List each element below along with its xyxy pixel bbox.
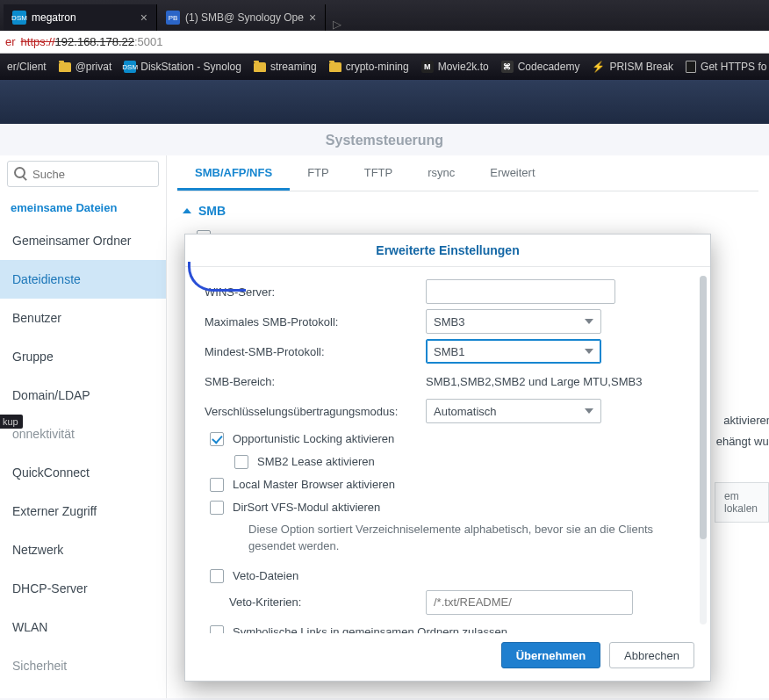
sidebar-item-user[interactable]: Benutzer <box>0 299 166 337</box>
sidebar-item-external-access[interactable]: Externer Zugriff <box>0 492 166 530</box>
smb-range-label: SMB-Bereich: <box>205 375 426 388</box>
veto-criteria-input[interactable] <box>426 590 633 615</box>
bookmark-item[interactable]: ⌘Codecademy <box>501 61 580 73</box>
select-value: SMB1 <box>434 345 464 358</box>
sidebar-item-dhcp[interactable]: DHCP-Server <box>0 569 166 608</box>
chevron-down-icon <box>585 349 593 354</box>
veto-criteria-label: Veto-Kriterien: <box>229 595 426 609</box>
checkbox-veto[interactable] <box>210 569 224 583</box>
background-box: em lokalen <box>715 482 769 523</box>
bookmark-item[interactable]: er/Client <box>7 61 47 73</box>
smb-range-value: SMB1,SMB2,SMB2 und Large MTU,SMB3 <box>426 375 642 388</box>
tab-tftp[interactable]: TFTP <box>347 157 411 191</box>
bookmark-item[interactable]: streaming <box>254 61 317 73</box>
advanced-settings-dialog: Erweiterte Einstellungen WINS-Server: Ma… <box>184 234 711 682</box>
sidebar-item-security[interactable]: Sicherheit <box>0 646 166 685</box>
select-value: Automatisch <box>434 405 497 418</box>
search-icon <box>14 167 25 178</box>
tab-ftp[interactable]: FTP <box>290 157 347 191</box>
checkbox-symlinks[interactable] <box>210 625 224 633</box>
min-smb-select[interactable]: SMB1 <box>426 339 601 364</box>
max-smb-label: Maximales SMB-Protokoll: <box>205 315 426 328</box>
browser-tab[interactable]: PB (1) SMB@ Synology Ope × <box>157 4 326 31</box>
bookmarks-bar: er/Client @privat DSMDiskStation - Synol… <box>0 54 769 80</box>
folder-icon <box>329 62 341 72</box>
dialog-body: WINS-Server: Maximales SMB-Protokoll: SM… <box>185 267 710 633</box>
window-title: Systemsteuerung <box>0 124 769 155</box>
sidebar-item-quickconnect[interactable]: QuickConnect <box>0 453 166 492</box>
chevron-down-icon <box>585 408 593 414</box>
browser-tab-strip: DSM megatron × PB (1) SMB@ Synology Ope … <box>0 0 769 31</box>
min-smb-label: Mindest-SMB-Protokoll: <box>205 345 426 358</box>
dialog-title: Erweiterte Einstellungen <box>185 235 710 267</box>
browser-tab-active[interactable]: DSM megatron × <box>4 4 157 31</box>
site-icon: ⌘ <box>501 61 514 73</box>
page-icon <box>686 61 696 73</box>
dialog-footer: Übernehmen Abbrechen <box>185 633 710 681</box>
apply-button[interactable]: Übernehmen <box>501 642 600 668</box>
bookmark-item[interactable]: ⚡PRISM Break <box>592 61 673 73</box>
checkbox-dirsort[interactable] <box>210 501 224 515</box>
bookmark-item[interactable]: Get HTTPS fo <box>686 61 766 73</box>
bookmark-item[interactable]: DSMDiskStation - Synolog <box>124 61 241 73</box>
tabbar: SMB/AFP/NFS FTP TFTP rsync Erweitert <box>177 157 758 191</box>
checkbox-label: Veto-Dateien <box>233 569 298 582</box>
sidebar-item-network[interactable]: Netzwerk <box>0 530 166 569</box>
checkbox-smb2-lease[interactable] <box>234 455 248 469</box>
checkbox-label: SMB2 Lease aktivieren <box>257 455 375 468</box>
dsm-header-band <box>0 80 769 124</box>
checkbox-label: Local Master Browser aktivieren <box>233 478 395 491</box>
tab-advanced[interactable]: Erweitert <box>472 157 552 191</box>
chevron-down-icon <box>585 319 593 324</box>
scrollbar-thumb[interactable] <box>700 276 707 539</box>
wins-label: WINS-Server: <box>205 285 426 299</box>
background-text: aktivieren <box>723 410 769 430</box>
tab-rsync[interactable]: rsync <box>410 157 472 191</box>
sidebar-category: emeinsame Dateien <box>0 192 166 221</box>
letter-icon: M <box>421 61 434 73</box>
sidebar-item-group[interactable]: Gruppe <box>0 337 166 376</box>
folder-icon <box>59 62 71 72</box>
encryption-label: Verschlüsselungsübertragungsmodus: <box>205 405 426 418</box>
checkbox-label: DirSort VFS-Modul aktivieren <box>233 501 380 514</box>
tab-label: megatron <box>32 11 76 24</box>
dsm-icon: DSM <box>124 61 136 73</box>
checkbox-label: Symbolische Links in gemeinsamen Ordnern… <box>233 625 507 633</box>
bookmark-item[interactable]: @privat <box>59 61 112 73</box>
background-text: ehängt wur <box>716 431 769 451</box>
cancel-button[interactable]: Abbrechen <box>609 642 694 668</box>
section-title: SMB <box>198 204 226 218</box>
insecure-label: er <box>5 35 16 48</box>
sidebar-item-connectivity[interactable]: onnektivität <box>0 415 166 453</box>
sidebar-item-shared-folder[interactable]: Gemeinsamer Ordner <box>0 221 166 260</box>
search-input[interactable] <box>7 161 159 187</box>
sidebar: emeinsame Dateien Gemeinsamer Ordner Dat… <box>0 155 167 698</box>
pb-favicon-icon: PB <box>166 11 180 25</box>
sidebar-item-domain-ldap[interactable]: Domain/LDAP <box>0 376 166 415</box>
new-tab-button[interactable]: ▷ <box>326 18 349 31</box>
max-smb-select[interactable]: SMB3 <box>426 309 601 334</box>
checkbox-oplock[interactable] <box>210 432 224 446</box>
url-scheme: https:// <box>21 35 55 48</box>
bookmark-item[interactable]: crypto-mining <box>329 61 409 73</box>
checkbox-local-master[interactable] <box>210 478 224 492</box>
url-host: 192.168.178.22 <box>55 35 134 48</box>
tab-label: (1) SMB@ Synology Ope <box>185 11 304 24</box>
search-wrap <box>0 155 166 192</box>
bookmark-item[interactable]: MMovie2k.to <box>421 61 489 73</box>
bolt-icon: ⚡ <box>592 61 605 73</box>
wins-server-input[interactable] <box>426 279 615 304</box>
address-bar[interactable]: er https:// 192.168.178.22 :5001 <box>0 31 769 54</box>
tab-smb-afp-nfs[interactable]: SMB/AFP/NFS <box>177 157 290 191</box>
select-value: SMB3 <box>434 315 464 328</box>
section-header-smb[interactable]: SMB <box>177 191 758 227</box>
dirsort-help-text: Diese Option sortiert Verzeichniselement… <box>205 518 687 564</box>
chevron-up-icon <box>183 208 191 213</box>
close-icon[interactable]: × <box>140 11 147 25</box>
checkbox-label: Opportunistic Locking aktivieren <box>233 432 394 445</box>
sidebar-item-wlan[interactable]: WLAN <box>0 608 166 646</box>
folder-icon <box>254 62 266 72</box>
close-icon[interactable]: × <box>309 11 316 25</box>
encryption-select[interactable]: Automatisch <box>426 399 601 423</box>
sidebar-item-file-services[interactable]: Dateidienste <box>0 260 166 299</box>
